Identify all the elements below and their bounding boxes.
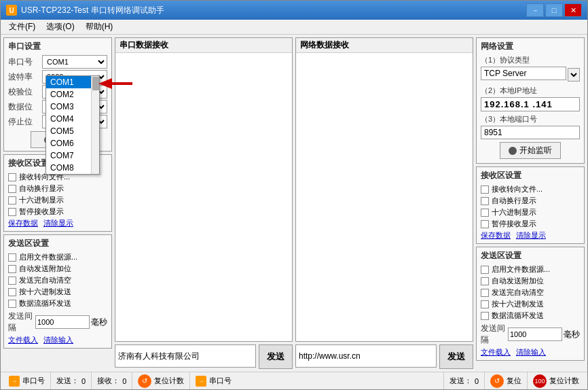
network-settings-title: 网络设置 — [481, 41, 580, 52]
data-label: 数据位 — [8, 101, 42, 113]
stop-label: 停止位 — [8, 116, 42, 128]
window-title: USR-TCP232-Test 串口转网络调试助手 — [21, 5, 526, 16]
rrecv-cb-row-2: 十六进制显示 — [481, 207, 580, 217]
rinterval-input[interactable] — [508, 327, 562, 341]
recv-checkbox-0[interactable] — [8, 173, 16, 181]
serial-send-button[interactable]: 发送 — [259, 344, 293, 369]
content-area: 串口设置 串口号 COM1 COM2 波特率 9600 校验位 — [1, 35, 587, 372]
status-send-label: 发送： — [56, 376, 79, 386]
serial-send-input[interactable] — [115, 344, 256, 368]
serial-data-panel: 串口数据接收 — [115, 37, 293, 342]
send-cb-row-4: 数据流循环发送 — [8, 298, 107, 308]
close-button[interactable]: ✕ — [564, 3, 582, 17]
status-counter[interactable]: 100 复位计数 — [528, 372, 585, 389]
rrecv-checkbox-2[interactable] — [481, 209, 489, 217]
rsend-option-3: 按十六进制发送 — [492, 299, 544, 309]
status-send-count: 发送： 0 — [51, 372, 92, 389]
status-send-value: 0 — [81, 377, 86, 385]
rsave-data-link[interactable]: 保存数据 — [481, 230, 511, 241]
send-checkbox-1[interactable] — [8, 265, 16, 273]
interval-input[interactable] — [35, 315, 90, 329]
check-label: 校验位 — [8, 86, 42, 98]
send-settings-left-title: 发送区设置 — [8, 238, 107, 249]
right-panel: 网络设置 （1）协议类型 TCP Server ▼ （2）本地IP地址 192.… — [476, 37, 585, 369]
recv-cb-row-3: 暂停接收显示 — [8, 207, 107, 217]
start-listen-button[interactable]: 开始监听 — [500, 142, 561, 159]
ip-value: 192.168.1 .141 — [481, 97, 580, 111]
baud-label: 波特率 — [8, 71, 42, 83]
status-reset[interactable]: ↺ 复位计数 — [132, 372, 190, 389]
rfile-load-link[interactable]: 文件载入 — [481, 347, 511, 357]
network-send-input[interactable] — [295, 344, 437, 368]
send-cb-row-3: 按十六进制发送 — [8, 287, 107, 297]
rinterval-label: 发送间隔 — [481, 323, 508, 346]
send-checkbox-0[interactable] — [8, 253, 16, 262]
rsend-checkbox-3[interactable] — [481, 300, 489, 308]
rsend-cb-row-3: 按十六进制发送 — [481, 299, 580, 309]
protocol-select[interactable]: ▼ — [568, 68, 580, 82]
menu-file[interactable]: 文件(F) — [3, 20, 41, 34]
rsend-cb-row-2: 发送完自动清空 — [481, 287, 580, 298]
recv-checkbox-2[interactable] — [8, 196, 16, 205]
network-send-button[interactable]: 发送 — [439, 344, 473, 369]
menu-options[interactable]: 选项(O) — [41, 20, 79, 34]
rsend-checkbox-0[interactable] — [481, 266, 489, 274]
recv-checkbox-1[interactable] — [8, 185, 16, 193]
send-option-1: 自动发送附加位 — [19, 264, 71, 274]
recv-cb-row-1: 自动换行显示 — [8, 183, 107, 194]
file-load-link[interactable]: 文件载入 — [8, 335, 38, 345]
send-checkbox-4[interactable] — [8, 300, 16, 308]
save-data-link[interactable]: 保存数据 — [8, 218, 38, 228]
com-dropdown[interactable]: COM1 COM2 COM3 COM4 COM5 COM6 COM7 COM8 — [45, 75, 100, 175]
title-bar: U USR-TCP232-Test 串口转网络调试助手 － □ ✕ — [1, 1, 587, 20]
rrecv-checkbox-1[interactable] — [481, 197, 489, 205]
recv-checkbox-3[interactable] — [8, 208, 16, 216]
rrecv-option-1: 自动换行显示 — [492, 196, 536, 206]
rinterval-unit: 毫秒 — [564, 329, 580, 340]
net-icon: → — [196, 376, 206, 387]
ip-label: （2）本地IP地址 — [481, 86, 580, 96]
rrecv-link-row: 保存数据 清除显示 — [481, 230, 580, 241]
rclear-display-link[interactable]: 清除显示 — [516, 230, 546, 241]
status-net-text: 串口号 — [209, 376, 232, 386]
rrecv-option-3: 暂停接收显示 — [492, 219, 536, 229]
rclear-input-link[interactable]: 清除输入 — [516, 347, 546, 357]
port-label: （3）本地端口号 — [481, 114, 580, 124]
rsend-option-4: 数据流循环发送 — [492, 311, 544, 321]
recv-option-1: 自动换行显示 — [19, 183, 64, 194]
network-data-body — [296, 53, 473, 341]
reset2-icon: ↺ — [490, 374, 504, 388]
rrecv-cb-row-1: 自动换行显示 — [481, 196, 580, 206]
maximize-button[interactable]: □ — [545, 3, 563, 17]
send-checkbox-2[interactable] — [8, 277, 16, 285]
send-checkbox-3[interactable] — [8, 288, 16, 296]
send-option-2: 发送完自动清空 — [19, 275, 71, 285]
clear-display-link[interactable]: 清除显示 — [43, 218, 73, 228]
port-label: 串口号 — [8, 56, 42, 68]
network-data-panel: 网络数据接收 — [295, 37, 473, 342]
rsend-checkbox-1[interactable] — [481, 277, 489, 285]
rsend-cb-row-1: 自动发送附加位 — [481, 276, 580, 286]
rsend-cb-row-4: 数据流循环发送 — [481, 311, 580, 321]
status-reset2[interactable]: ↺ 复位 — [485, 372, 528, 389]
recv-link-row: 保存数据 清除显示 — [8, 218, 107, 228]
menu-help[interactable]: 帮助(H) — [80, 20, 119, 34]
clear-input-link[interactable]: 清除输入 — [43, 335, 73, 345]
status-reset-label: 复位计数 — [154, 376, 184, 386]
recv-option-3: 暂停接收显示 — [19, 207, 64, 217]
recv-cb-row-2: 十六进制显示 — [8, 195, 107, 205]
rrecv-checkbox-3[interactable] — [481, 220, 489, 228]
port-select[interactable]: COM1 COM2 — [42, 55, 107, 69]
interval-label: 发送间隔 — [8, 311, 35, 334]
rrecv-option-2: 十六进制显示 — [492, 207, 536, 217]
rrecv-option-0: 接收转向文件... — [492, 184, 543, 194]
status-serial-port: → 串口号 — [3, 372, 51, 389]
rsend-link-row: 文件载入 清除输入 — [481, 347, 580, 357]
rsend-checkbox-4[interactable] — [481, 312, 489, 320]
rsend-checkbox-2[interactable] — [481, 289, 489, 297]
start-btn-label: 开始监听 — [519, 145, 552, 156]
rrecv-checkbox-0[interactable] — [481, 185, 489, 194]
minimize-button[interactable]: － — [526, 3, 544, 17]
middle-panel: 串口数据接收 网络数据接收 发送 发送 — [115, 37, 473, 369]
rinterval-row: 发送间隔 毫秒 — [481, 323, 580, 346]
